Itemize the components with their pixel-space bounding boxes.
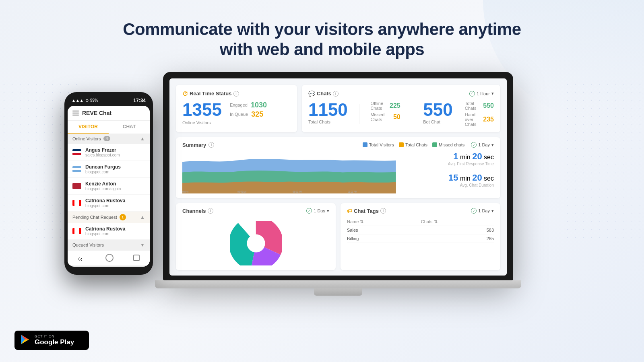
queued-collapse-icon[interactable]: ▼ (140, 242, 145, 248)
visitor-name: Kenzie Anton (85, 181, 145, 187)
flag-icon-ca (72, 200, 81, 206)
info-icon[interactable]: i (208, 208, 213, 214)
phone-device: ▲▲▲ ⊙ 99% 17:34 REVE Chat (64, 92, 153, 275)
filter-missed-chats[interactable]: Missed chats (432, 142, 464, 147)
laptop-base (155, 280, 521, 288)
info-icon[interactable]: i (380, 208, 386, 214)
realtime-status-card: ⏱ Real Time Status i 1355 Engaged (176, 85, 297, 132)
tag-chats: 583 (421, 226, 494, 234)
card-header: Channels i ✓ 1 Day ▾ (182, 208, 329, 214)
total-chats-sub-value: 550 (483, 102, 494, 109)
collapse-arrow-icon[interactable]: ▲ (140, 136, 145, 142)
card-title: 🏷 Chat Tags i (347, 208, 386, 214)
table-row: Billing 285 (347, 234, 494, 243)
phone-screen: REVE Chat VISITOR CHAT Online Visitors 4… (68, 106, 150, 267)
engaged-value: 1030 (251, 101, 267, 109)
filter-total-visitors[interactable]: Total Visitors (363, 142, 394, 147)
pending-collapse-icon[interactable]: ▲ (140, 214, 145, 220)
bot-chat-label: Bot Chat (423, 119, 440, 124)
list-item[interactable]: Catriona Rustova blogspot.com (68, 195, 150, 212)
avg-duration-label: Avg. Chat Duration (448, 183, 494, 187)
svg-text:03:00 AM: 03:00 AM (237, 190, 247, 193)
svg-point-7 (247, 234, 265, 252)
pending-chat-label: Pending Chat Request (72, 215, 117, 220)
get-it-on-label: GET IT ON (35, 334, 74, 338)
tag-name: Billing (347, 234, 421, 243)
chats-card: 💬 Chats i ✓ 1 Hour ▾ (302, 85, 500, 132)
card-title: 💬 Chats i (308, 90, 339, 97)
check-icon: ✓ (471, 142, 477, 148)
missed-chats-value: 50 (393, 113, 400, 121)
phone-time: 17:34 (133, 98, 146, 103)
wifi-icon: ⊙ (85, 98, 89, 103)
online-visitors-footer: Online Visitors (182, 120, 291, 125)
chevron-down-icon: ▾ (327, 208, 329, 214)
pie-chart (230, 221, 282, 265)
engaged-label: Engaged (230, 103, 248, 107)
card-title: ⏱ Real Time Status i (182, 90, 239, 97)
channels-card: Channels i ✓ 1 Day ▾ (176, 203, 336, 270)
check-icon: ✓ (471, 208, 477, 214)
visitor-name: Duncan Furgus (85, 164, 145, 170)
avg-chat-duration: 15 min 20 sec Avg. Chat Duration (448, 173, 494, 187)
info-icon[interactable]: i (333, 91, 339, 97)
tab-visitor[interactable]: VISITOR (68, 121, 109, 134)
avg-response-sec: 20 (472, 151, 482, 161)
laptop-screen: ⏱ Real Time Status i 1355 Engaged (169, 78, 507, 276)
list-item[interactable]: Catriona Rustova blogspot.com (68, 223, 150, 240)
table-row: Sales 583 (347, 226, 494, 234)
home-button[interactable] (105, 254, 114, 262)
chats-content: 1150 Total Chats Offline Chats 225 (308, 101, 494, 127)
chats-column-header: Chats ⇅ (421, 218, 494, 226)
avg-duration-min: 15 (448, 173, 458, 183)
summary-time-filter[interactable]: ✓ 1 Day ▾ (471, 142, 494, 148)
offline-chats-label: Offline Chats (370, 101, 383, 111)
pending-chat-header: Pending Chat Request 1 ▲ (68, 212, 150, 223)
summary-filters: Total Visitors Total Chats Missed chats (363, 142, 464, 147)
back-button[interactable]: ‹ (78, 254, 86, 262)
hero-title: Communicate with your visitors anywhere … (0, 19, 644, 60)
phone-app-header: REVE Chat (68, 106, 150, 121)
info-icon[interactable]: i (233, 91, 239, 97)
inqueue-label: In Queue (230, 112, 248, 117)
filter-total-chats[interactable]: Total Chats (399, 142, 427, 147)
phone-body: ▲▲▲ ⊙ 99% 17:34 REVE Chat (64, 92, 153, 275)
flag-icon-us (72, 183, 81, 189)
list-item[interactable]: Angus Frezer sales.blogspot.com (68, 144, 150, 161)
avg-response-min: 1 (453, 151, 458, 161)
visitor-url: sales.blogspot.com (85, 153, 145, 157)
chevron-down-icon: ▾ (491, 91, 494, 96)
laptop-device: ⏱ Real Time Status i 1355 Engaged (163, 72, 513, 296)
filter-check-icon (363, 142, 367, 147)
svg-text:00 PM: 00 PM (182, 190, 188, 193)
card-header: 🏷 Chat Tags i ✓ 1 Day ▾ (347, 208, 494, 214)
online-visitors-label: Online Visitors (72, 136, 101, 141)
online-visitors-count: 1355 (182, 101, 222, 119)
info-icon[interactable]: i (208, 142, 214, 148)
hamburger-menu-icon[interactable] (72, 111, 79, 115)
visitor-url: blogspot.com (85, 232, 145, 236)
avg-response-label: Avg. First Response Time (448, 162, 494, 166)
channels-time-filter[interactable]: ✓ 1 Day ▾ (306, 208, 329, 214)
signal-icon: ▲▲▲ (72, 98, 84, 103)
laptop-body: ⏱ Real Time Status i 1355 Engaged (163, 72, 513, 280)
pending-badge: 1 (120, 214, 126, 220)
check-icon: ✓ (306, 208, 312, 214)
name-column-header: Name ⇅ (347, 218, 421, 226)
laptop-stand (314, 288, 362, 296)
pie-chart-wrapper (182, 221, 329, 265)
phone-status-bar: ▲▲▲ ⊙ 99% 17:34 (68, 98, 150, 103)
online-visitors-header: Online Visitors 4 ▲ (68, 134, 150, 144)
time-filter[interactable]: ✓ 1 Hour ▾ (469, 91, 494, 97)
summary-title: Summary (182, 142, 206, 148)
summary-header: Summary i Total Visitors (182, 142, 494, 148)
tab-chat[interactable]: CHAT (109, 121, 150, 134)
list-item[interactable]: Kenzie Anton blogspot.com/signin (68, 178, 150, 195)
recent-apps-button[interactable] (133, 255, 140, 261)
tags-time-filter[interactable]: ✓ 1 Day ▾ (471, 208, 494, 214)
filter-check-icon (399, 142, 404, 147)
tag-name: Sales (347, 226, 421, 234)
list-item[interactable]: Duncan Furgus blogspot.com (68, 161, 150, 178)
dashboard-bottom-row: Channels i ✓ 1 Day ▾ (176, 203, 500, 270)
google-play-badge[interactable]: GET IT ON Google Play (14, 331, 89, 350)
